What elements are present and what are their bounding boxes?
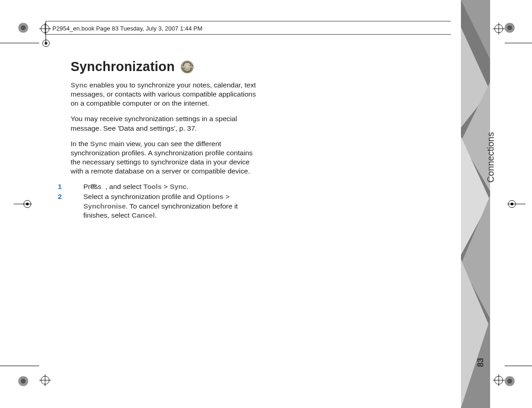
text: , and select — [103, 183, 143, 190]
step-number: 2 — [71, 192, 79, 201]
paragraph: In the Sync main view, you can see the d… — [71, 139, 262, 176]
registration-donut-icon — [18, 23, 28, 33]
header-rule — [46, 34, 451, 35]
main-content: Synchronization Sync enables you to sync — [71, 59, 262, 220]
crop-line — [505, 366, 532, 366]
text: > — [224, 193, 230, 200]
bold-term: Sync — [71, 81, 87, 89]
text: . — [187, 183, 189, 190]
crop-line — [0, 366, 39, 366]
crop-line — [505, 43, 532, 43]
sync-icon — [179, 60, 195, 74]
page: P2954_en.book Page 83 Tuesday, July 3, 2… — [0, 0, 532, 408]
crosshair-icon — [39, 374, 51, 386]
paragraph: You may receive synchronization settings… — [71, 114, 262, 133]
page-number: 83 — [476, 358, 486, 367]
steps-list: 1Press , and select Tools > Sync. 2Selec… — [71, 182, 262, 220]
bold-term: Sync — [170, 183, 187, 190]
registration-donut-icon — [18, 376, 28, 386]
text: . — [155, 211, 157, 219]
paragraph: Sync enables you to synchronize your not… — [71, 81, 262, 108]
sidebar-decoration — [458, 0, 490, 408]
connector-dot-icon — [42, 40, 50, 47]
section-label: Connections — [486, 132, 496, 183]
registration-donut-icon — [505, 23, 515, 33]
step-item: 2Select a synchronization profile and Op… — [71, 192, 262, 219]
title-text: Synchronization — [71, 59, 175, 74]
text: enables you to synchronize your notes, c… — [71, 81, 256, 107]
bold-term: Options — [197, 193, 224, 200]
svg-point-14 — [26, 203, 29, 205]
text: In the — [71, 140, 90, 148]
crosshair-icon — [507, 198, 519, 210]
crosshair-icon — [493, 23, 505, 35]
step-number: 1 — [71, 182, 79, 191]
svg-point-17 — [511, 203, 513, 205]
crop-line — [0, 43, 39, 43]
text: > — [162, 183, 170, 190]
svg-rect-28 — [94, 184, 96, 186]
crosshair-icon — [39, 23, 51, 35]
header-rule — [46, 21, 451, 21]
registration-donut-icon — [505, 376, 515, 386]
bold-term: Cancel — [132, 211, 155, 219]
svg-point-26 — [181, 61, 194, 73]
bold-term: Tools — [143, 183, 162, 190]
text: Select a synchronization profile and — [83, 193, 197, 200]
crosshair-icon — [493, 374, 505, 386]
bold-term: Synchronise — [83, 202, 126, 210]
step-item: 1Press , and select Tools > Sync. — [71, 182, 262, 192]
header-meta-text: P2954_en.book Page 83 Tuesday, July 3, 2… — [52, 25, 202, 32]
crosshair-icon — [14, 198, 26, 210]
page-title: Synchronization — [71, 59, 262, 74]
bold-term: Sync — [90, 140, 107, 148]
